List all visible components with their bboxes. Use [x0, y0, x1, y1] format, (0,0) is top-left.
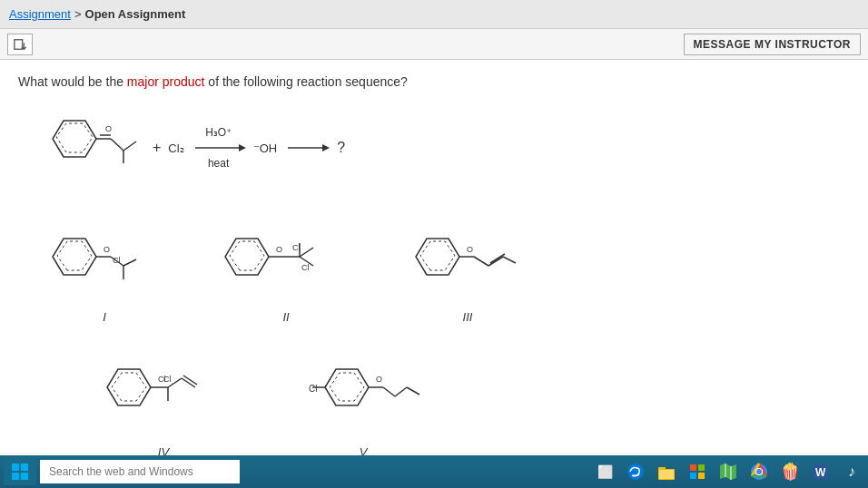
svg-rect-59 — [21, 464, 28, 471]
svg-marker-50 — [325, 369, 369, 405]
svg-rect-67 — [698, 464, 705, 471]
taskbar: ⬜ — [0, 455, 868, 488]
svg-marker-14 — [53, 239, 96, 275]
question-text: What would be the major product of the f… — [18, 74, 850, 89]
svg-marker-15 — [57, 241, 92, 270]
choice-II[interactable]: O Cl Cl II — [209, 216, 363, 324]
choices-row2: Cl Cl IV Cl O — [91, 342, 850, 455]
choice-V[interactable]: Cl O V — [291, 342, 436, 455]
choice-I-svg: O Cl — [36, 216, 173, 307]
svg-text:O: O — [276, 245, 282, 254]
svg-marker-33 — [420, 241, 455, 270]
breadcrumb-link[interactable]: Assignment — [9, 7, 71, 21]
h3o-label: H₃O⁺ — [205, 126, 232, 139]
start-button[interactable] — [4, 458, 36, 485]
svg-text:Cl: Cl — [309, 384, 317, 394]
choice-V-label: V — [360, 445, 368, 455]
store-icon[interactable] — [685, 459, 710, 484]
heat-label: heat — [208, 157, 229, 170]
svg-line-57 — [407, 387, 419, 395]
svg-line-55 — [383, 387, 395, 396]
toolbar: MESSAGE MY INSTRUCTOR — [0, 29, 868, 60]
starting-material-svg: O — [36, 107, 145, 189]
reaction-arrow — [192, 139, 246, 157]
breadcrumb-current: Open Assignment — [85, 7, 186, 21]
svg-line-36 — [474, 257, 488, 266]
task-view-icon[interactable]: ⬜ — [592, 459, 617, 484]
svg-point-62 — [627, 464, 644, 480]
svg-line-20 — [123, 259, 136, 266]
svg-text:Cl: Cl — [113, 256, 121, 265]
toolbar-left — [7, 34, 33, 55]
svg-marker-22 — [225, 239, 269, 275]
svg-line-39 — [503, 257, 516, 263]
word-icon[interactable]: W — [808, 459, 833, 484]
svg-text:Cl: Cl — [163, 375, 172, 384]
taskbar-right-icons: ⬜ — [592, 459, 864, 484]
svg-marker-13 — [322, 144, 330, 151]
reaction-arrow2 — [284, 139, 330, 157]
svg-text:Cl: Cl — [301, 263, 310, 272]
svg-marker-3 — [56, 123, 93, 152]
taskbar-search-input[interactable] — [40, 460, 240, 483]
svg-line-29 — [300, 248, 313, 257]
svg-rect-58 — [12, 464, 19, 471]
arrow-container: H₃O⁺ heat — [192, 126, 246, 170]
message-instructor-button[interactable]: MESSAGE MY INSTRUCTOR — [684, 34, 861, 55]
svg-line-37 — [488, 257, 503, 266]
toolbar-right: MESSAGE MY INSTRUCTOR — [684, 34, 861, 55]
svg-marker-51 — [330, 373, 364, 401]
svg-text:O: O — [376, 375, 382, 384]
popcorn-icon[interactable]: 🍿 — [777, 459, 803, 484]
edge-icon[interactable] — [623, 459, 648, 484]
svg-rect-68 — [690, 473, 696, 479]
chrome-icon[interactable] — [746, 459, 772, 484]
svg-point-77 — [756, 469, 762, 474]
svg-text:W: W — [815, 466, 826, 479]
choice-IV[interactable]: Cl Cl IV — [91, 342, 236, 455]
main-content: What would be the major product of the f… — [0, 60, 868, 455]
choice-IV-label: IV — [158, 445, 169, 455]
svg-rect-66 — [690, 464, 696, 471]
choice-II-svg: O Cl Cl — [209, 216, 363, 307]
reaction-area: O + Cl₂ H₃O⁺ heat ⁻OH ? — [36, 107, 850, 189]
choice-IV-svg: Cl Cl — [91, 342, 236, 442]
svg-marker-11 — [239, 144, 246, 151]
svg-text:O: O — [105, 124, 112, 133]
choice-III[interactable]: O III — [399, 216, 536, 324]
breadcrumb-bar: Assignment > Open Assignment — [0, 0, 868, 29]
svg-line-38 — [490, 254, 505, 263]
choice-V-svg: Cl O — [291, 342, 436, 442]
maps-icon[interactable] — [715, 459, 741, 484]
svg-text:O: O — [104, 245, 110, 254]
file-explorer-icon[interactable] — [654, 459, 679, 484]
question-text-highlight: major product — [127, 74, 205, 89]
svg-marker-70 — [720, 464, 736, 480]
export-button[interactable] — [7, 34, 33, 55]
choice-II-label: II — [282, 310, 289, 324]
svg-rect-61 — [21, 473, 28, 480]
svg-line-8 — [123, 142, 136, 151]
question-text-after: of the following reaction sequence? — [204, 74, 407, 89]
svg-marker-41 — [112, 373, 146, 401]
choice-III-svg: O — [399, 216, 536, 307]
svg-marker-40 — [107, 369, 151, 405]
svg-marker-23 — [230, 241, 264, 270]
svg-line-7 — [111, 139, 123, 151]
svg-marker-32 — [416, 239, 459, 275]
choice-I[interactable]: O Cl I — [36, 216, 173, 324]
svg-rect-60 — [12, 473, 19, 480]
svg-marker-2 — [53, 121, 96, 157]
svg-text:O: O — [467, 245, 473, 254]
music-icon[interactable]: ♪ — [839, 459, 864, 484]
choices-row1: O Cl I O Cl Cl — [36, 216, 850, 324]
choice-I-label: I — [103, 310, 106, 324]
svg-text:Cl: Cl — [292, 243, 301, 252]
svg-rect-69 — [698, 473, 705, 479]
breadcrumb-separator: > — [74, 7, 82, 21]
svg-line-56 — [395, 387, 407, 396]
plus-sign: + — [153, 140, 161, 156]
question-text-before: What would be the — [18, 74, 127, 89]
svg-rect-0 — [15, 39, 23, 49]
cl2-label: Cl₂ — [168, 142, 183, 155]
